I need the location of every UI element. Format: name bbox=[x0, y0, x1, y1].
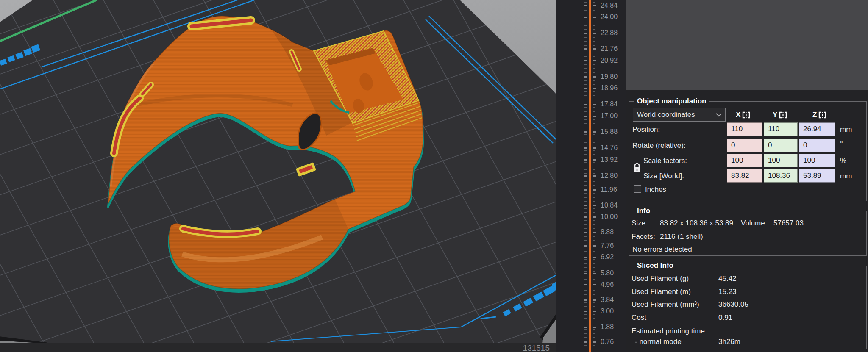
layer-height-label: 24.84 bbox=[601, 2, 618, 9]
size-x-input[interactable] bbox=[727, 169, 762, 183]
position-x-input[interactable] bbox=[727, 122, 762, 136]
layer-tick-minor bbox=[584, 185, 587, 186]
layer-tick-minor bbox=[584, 267, 587, 268]
layer-tick-minor bbox=[593, 208, 595, 209]
scale-z-input[interactable] bbox=[799, 154, 835, 167]
layer-tick-minor bbox=[584, 107, 587, 108]
layer-tick-major bbox=[584, 48, 587, 50]
layer-tick-major bbox=[584, 327, 587, 328]
layer-tick-major bbox=[593, 60, 596, 61]
layer-tick-major bbox=[584, 116, 587, 117]
used-filament-g-label: Used Filament (g) bbox=[632, 274, 689, 283]
layer-tick-minor bbox=[584, 41, 587, 42]
layer-tick-minor bbox=[584, 208, 587, 209]
rotate-y-input[interactable] bbox=[764, 139, 798, 152]
layer-tick-minor bbox=[584, 271, 587, 272]
viewport-3d[interactable]: 131515 bbox=[0, 0, 556, 352]
size-z-input[interactable] bbox=[799, 169, 835, 183]
chevron-down-icon bbox=[716, 113, 722, 117]
layer-slider[interactable]: 24.8424.0022.8821.7620.9219.8018.9617.84… bbox=[556, 0, 626, 352]
layer-slider-track[interactable] bbox=[589, 0, 591, 352]
layer-tick-major bbox=[584, 257, 587, 258]
layer-tick-minor bbox=[593, 251, 595, 252]
info-errors-status: No errors detected bbox=[632, 245, 692, 254]
layer-tick-major bbox=[593, 245, 596, 247]
layer-height-label: 3.00 bbox=[601, 308, 614, 315]
layer-tick-major bbox=[593, 5, 596, 6]
layer-tick-minor bbox=[593, 22, 595, 22]
layer-tick-minor bbox=[593, 283, 595, 283]
lock-icon[interactable] bbox=[633, 163, 641, 173]
layer-tick-minor bbox=[593, 220, 595, 221]
layer-tick-minor bbox=[584, 150, 587, 151]
layer-tick-minor bbox=[593, 91, 595, 92]
layer-tick-minor bbox=[584, 306, 587, 307]
layer-height-label: 21.76 bbox=[601, 45, 618, 53]
layer-tick-minor bbox=[584, 279, 587, 280]
layer-tick-minor bbox=[584, 10, 587, 11]
position-label: Position: bbox=[632, 125, 660, 134]
layer-tick-minor bbox=[593, 162, 595, 163]
layer-height-label: 4.96 bbox=[601, 281, 614, 288]
layer-tick-major bbox=[584, 159, 587, 161]
info-size-label: Size: bbox=[632, 219, 648, 227]
layer-tick-minor bbox=[584, 53, 587, 53]
layer-tick-minor bbox=[584, 2, 587, 3]
layer-tick-major bbox=[593, 232, 596, 233]
layer-tick-major bbox=[593, 257, 596, 258]
rotate-x-input[interactable] bbox=[727, 139, 762, 152]
layer-tick-minor bbox=[584, 123, 587, 124]
layer-tick-minor bbox=[593, 139, 595, 139]
layer-tick-minor bbox=[584, 236, 587, 237]
layer-height-label: 18.96 bbox=[601, 84, 618, 92]
layer-tick-minor bbox=[593, 166, 595, 166]
layer-tick-minor bbox=[593, 10, 595, 11]
layer-tick-minor bbox=[593, 263, 595, 264]
layer-tick-minor bbox=[593, 2, 595, 3]
layer-tick-major bbox=[584, 88, 587, 89]
size-y-input[interactable] bbox=[764, 169, 798, 183]
layer-tick-major bbox=[584, 17, 587, 18]
position-z-input[interactable] bbox=[799, 122, 835, 136]
layer-tick-major bbox=[593, 131, 596, 133]
scale-y-input[interactable] bbox=[764, 154, 798, 167]
layer-tick-minor bbox=[584, 349, 587, 349]
scale-x-input[interactable] bbox=[727, 154, 762, 167]
layer-tick-minor bbox=[584, 259, 587, 260]
info-size-value: 83.82 x 108.36 x 53.89 bbox=[660, 219, 733, 227]
layer-tick-minor bbox=[593, 29, 595, 30]
layer-tick-minor bbox=[584, 263, 587, 264]
layer-tick-major bbox=[584, 189, 587, 191]
layer-tick-minor bbox=[584, 224, 587, 225]
layer-tick-minor bbox=[593, 244, 595, 244]
position-y-input[interactable] bbox=[764, 122, 798, 136]
layer-tick-minor bbox=[584, 220, 587, 221]
layer-tick-major bbox=[593, 216, 596, 218]
layer-tick-minor bbox=[584, 283, 587, 283]
layer-tick-major bbox=[593, 327, 596, 328]
layer-tick-minor bbox=[584, 314, 587, 315]
layer-tick-major bbox=[593, 189, 596, 191]
layer-tick-minor bbox=[584, 162, 587, 163]
layer-tick-minor bbox=[584, 290, 587, 291]
rotate-z-input[interactable] bbox=[799, 139, 835, 152]
scale-label: Scale factors: bbox=[643, 157, 687, 165]
layer-height-label: 6.92 bbox=[601, 253, 614, 261]
rotate-label: Rotate (relative): bbox=[632, 141, 686, 150]
layer-tick-minor bbox=[584, 201, 587, 202]
object-list-panel[interactable] bbox=[626, 0, 868, 90]
inches-checkbox[interactable] bbox=[634, 185, 641, 193]
rotate-unit: ° bbox=[840, 140, 843, 148]
inches-label: Inches bbox=[645, 186, 666, 194]
layer-tick-major bbox=[584, 216, 587, 218]
info-title: Info bbox=[634, 207, 653, 215]
layer-tick-minor bbox=[593, 345, 595, 346]
layer-tick-minor bbox=[593, 212, 595, 213]
layer-tick-minor bbox=[584, 181, 587, 182]
coordinate-system-dropdown[interactable]: World coordinates bbox=[633, 108, 726, 122]
layer-tick-minor bbox=[584, 318, 587, 319]
layer-height-label: 3.84 bbox=[601, 296, 614, 304]
layer-height-label: 19.80 bbox=[601, 73, 618, 80]
layer-height-label: 12.80 bbox=[601, 172, 618, 180]
axis-link-icon bbox=[779, 111, 787, 119]
